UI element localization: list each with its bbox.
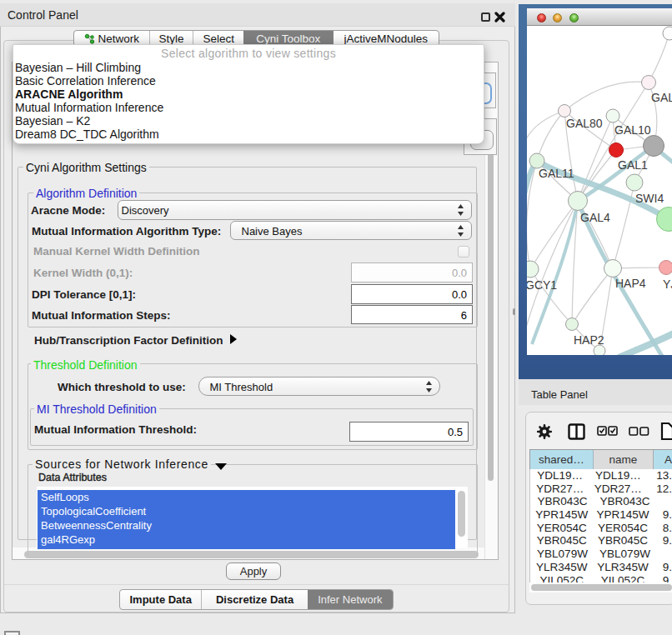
svg-text:SWI4: SWI4 <box>635 192 664 205</box>
svg-text:GAL10: GAL10 <box>614 123 651 137</box>
svg-text:HAP4: HAP4 <box>615 277 646 290</box>
svg-text:GAL80: GAL80 <box>566 117 603 130</box>
svg-text:GAL1: GAL1 <box>618 158 648 172</box>
svg-text:HAP2: HAP2 <box>574 333 604 347</box>
svg-text:GAL7: GAL7 <box>651 91 672 104</box>
svg-text:GAL11: GAL11 <box>539 167 574 180</box>
svg-text:GAL4: GAL4 <box>580 211 610 224</box>
svg-text:YJ: YJ <box>663 278 672 291</box>
svg-text:GCY1: GCY1 <box>527 278 557 292</box>
